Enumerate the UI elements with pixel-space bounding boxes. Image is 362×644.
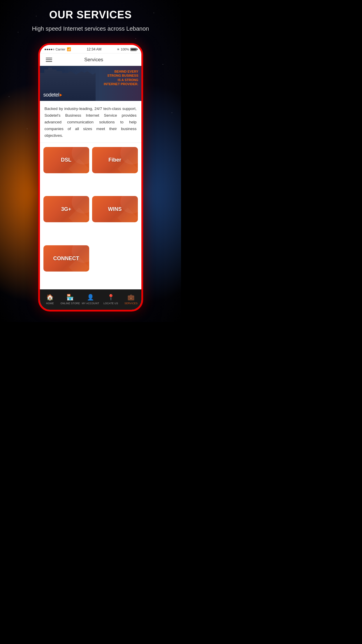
logo-arrow-icon	[60, 94, 62, 97]
tab-locate-us[interactable]: 📍 LOCATE US	[101, 290, 121, 310]
store-icon: 🏪	[66, 294, 74, 301]
tab-bar: 🏠 HOME 🏪 ONLINE STORE 👤 MY ACCOUNT 📍 LOC…	[40, 289, 141, 310]
page-title: OUR SERVICES	[0, 9, 181, 21]
tab-home-label: HOME	[46, 302, 54, 305]
hamburger-line-2	[46, 60, 52, 60]
header-area: OUR SERVICES High speed Internet service…	[0, 9, 181, 33]
services-icon: 💼	[127, 294, 135, 301]
status-left: Carrier 📶	[45, 47, 71, 51]
home-icon: 🏠	[46, 294, 54, 301]
signal-dots	[45, 49, 54, 50]
carrier-text: Carrier	[56, 48, 66, 51]
signal-dot-4	[51, 49, 52, 50]
service-3gplus-label: 3G+	[61, 206, 71, 212]
tab-services-label: SERVICES	[124, 302, 138, 305]
banner: BEHIND EVERYSTRONG BUSINESSIS A STRONGIN…	[40, 66, 141, 101]
wifi-icon: 📶	[67, 47, 71, 51]
tab-home[interactable]: 🏠 HOME	[40, 290, 60, 310]
service-dsl-label: DSL	[61, 157, 71, 163]
nav-bar: Services	[40, 53, 141, 66]
page-subtitle: High speed Internet services across Leba…	[0, 24, 181, 33]
service-3gplus-button[interactable]: 3G+	[43, 196, 89, 222]
account-icon: 👤	[87, 294, 94, 301]
service-connect-button[interactable]: CONNECT	[43, 245, 89, 272]
bluetooth-icon: ✳	[117, 48, 120, 51]
banner-logo: sodetel	[43, 92, 62, 98]
tab-locate-label: LOCATE US	[103, 302, 118, 305]
banner-text: BEHIND EVERYSTRONG BUSINESSIS A STRONGIN…	[104, 69, 138, 86]
services-grid: DSL Fiber 3G+ WINS CONNECT	[40, 143, 141, 296]
phone-content: BEHIND EVERYSTRONG BUSINESSIS A STRONGIN…	[40, 66, 141, 296]
status-time: 12:34 AM	[87, 47, 101, 51]
nav-title: Services	[52, 57, 136, 63]
hamburger-line-3	[46, 61, 52, 62]
tab-services[interactable]: 💼 SERVICES	[121, 290, 141, 310]
service-dsl-button[interactable]: DSL	[43, 147, 89, 173]
hamburger-line-1	[46, 58, 52, 58]
service-fiber-button[interactable]: Fiber	[92, 147, 138, 173]
location-icon: 📍	[107, 294, 115, 301]
signal-dot-5	[53, 49, 54, 50]
description-text: Backed by industry-leading, 24/7 tech-cl…	[40, 101, 141, 143]
tab-online-store[interactable]: 🏪 ONLINE STORE	[60, 290, 80, 310]
battery-icon	[130, 48, 137, 51]
service-connect-label: CONNECT	[53, 256, 79, 262]
tab-account-label: MY ACCOUNT	[82, 302, 99, 305]
tab-my-account[interactable]: 👤 MY ACCOUNT	[80, 290, 101, 310]
battery-percent: 100%	[121, 48, 129, 51]
status-right: ✳ 100%	[117, 48, 136, 51]
service-fiber-label: Fiber	[108, 157, 121, 163]
status-bar: Carrier 📶 12:34 AM ✳ 100%	[40, 45, 141, 53]
logo-text: sodetel	[43, 92, 59, 98]
tab-store-label: ONLINE STORE	[61, 302, 80, 305]
hamburger-menu-icon[interactable]	[46, 58, 52, 62]
signal-dot-3	[49, 49, 50, 50]
service-wins-label: WINS	[108, 206, 122, 212]
signal-dot-1	[45, 49, 46, 50]
phone-frame: Carrier 📶 12:34 AM ✳ 100% Services	[38, 43, 143, 312]
signal-dot-2	[47, 49, 48, 50]
service-wins-button[interactable]: WINS	[92, 196, 138, 222]
banner-tagline: BEHIND EVERYSTRONG BUSINESSIS A STRONGIN…	[104, 69, 138, 86]
battery-fill	[131, 48, 136, 50]
